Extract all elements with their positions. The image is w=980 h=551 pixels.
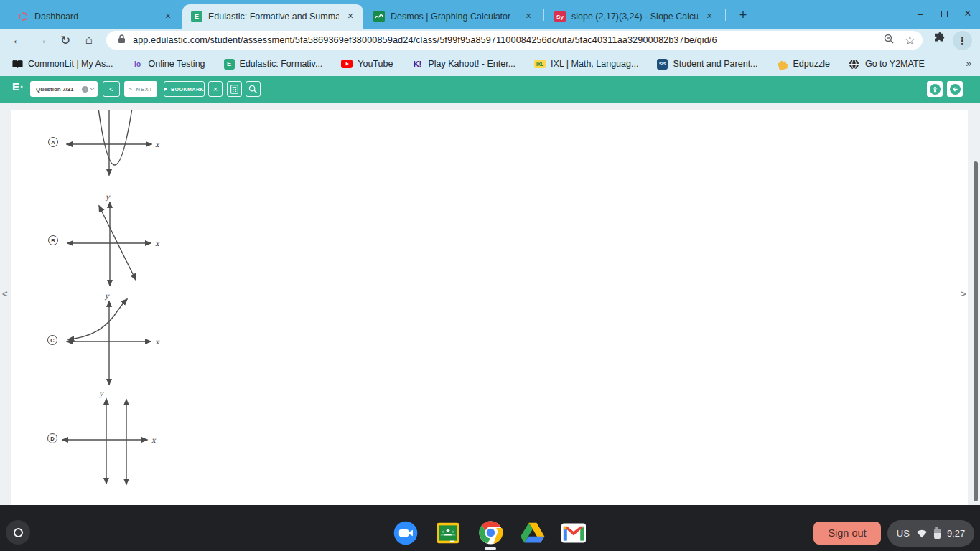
- tab-desmos[interactable]: Desmos | Graphing Calculator ×: [365, 4, 541, 29]
- window-maximize-button[interactable]: [935, 6, 953, 22]
- back-icon[interactable]: ←: [9, 32, 27, 49]
- bookmark-label: IXL | Math, Languag...: [551, 59, 638, 69]
- tab-title: Dashboard: [34, 11, 157, 22]
- home-icon[interactable]: ⌂: [80, 32, 98, 49]
- x-axis-label: x: [155, 338, 160, 346]
- google-drive-app-icon[interactable]: [521, 521, 545, 545]
- bookmark-label: YouTube: [358, 59, 393, 69]
- status-tray[interactable]: US 9:27: [887, 520, 974, 547]
- previous-question-button[interactable]: <: [103, 81, 120, 97]
- calculator-icon: [230, 85, 238, 94]
- bookmark-label: CommonLit | My As...: [28, 59, 113, 69]
- question-selector-dropdown[interactable]: Question 7/31 i: [30, 81, 98, 97]
- page-next-chevron-icon[interactable]: >: [961, 288, 966, 299]
- url-text[interactable]: app.edulastic.com/student/assessment/5fa…: [133, 35, 874, 45]
- edulastic-logo: E·: [12, 80, 24, 93]
- graph-option-c-exponential[interactable]: y x: [61, 290, 165, 392]
- address-bar[interactable]: app.edulastic.com/student/assessment/5fa…: [106, 31, 923, 50]
- reload-icon[interactable]: ↻: [56, 32, 75, 49]
- bookmark-edulastic[interactable]: E Edulastic: Formativ...: [224, 59, 323, 70]
- tab-separator: [725, 9, 726, 21]
- tab-dashboard[interactable]: Dashboard ×: [9, 4, 181, 29]
- bookmark-star-icon[interactable]: ☆: [905, 33, 915, 48]
- bookmarks-overflow-chevron[interactable]: »: [966, 57, 971, 69]
- magnifier-icon: [248, 85, 258, 94]
- bookmark-ixl[interactable]: IXL IXL | Math, Languag...: [534, 59, 638, 69]
- magnifier-button[interactable]: [246, 81, 261, 97]
- y-axis-label: y: [104, 292, 110, 301]
- bookmark-edpuzzle[interactable]: Edpuzzle: [777, 58, 830, 70]
- bookmark-label: Play Kahoot! - Enter...: [428, 59, 515, 69]
- close-question-button[interactable]: ×: [208, 81, 223, 97]
- zoom-out-icon[interactable]: [884, 34, 895, 47]
- tab-close-icon[interactable]: ×: [345, 11, 356, 22]
- y-axis-label: y: [98, 390, 104, 398]
- tab-close-icon[interactable]: ×: [523, 11, 534, 22]
- bookmark-sis[interactable]: SIS Student and Parent...: [657, 59, 757, 70]
- tab-close-icon[interactable]: ×: [162, 11, 174, 22]
- new-tab-button[interactable]: +: [734, 6, 752, 24]
- exponential-curve: [68, 299, 127, 339]
- bookmarks-bar: CommonLit | My As... io Online Testing E…: [0, 52, 980, 76]
- calculator-button[interactable]: [227, 81, 242, 97]
- tab-edulastic[interactable]: E Edulastic: Formative and Summa ×: [182, 4, 363, 29]
- answer-option-a[interactable]: A: [48, 137, 58, 147]
- x-axis-label: x: [151, 436, 157, 444]
- page-prev-chevron-icon[interactable]: <: [2, 288, 8, 299]
- window-minimize-button[interactable]: –: [912, 6, 929, 22]
- tab-separator: [543, 9, 544, 21]
- forward-icon[interactable]: →: [32, 32, 51, 49]
- kahoot-icon: K!: [411, 58, 423, 70]
- browser-menu-button[interactable]: ⋮: [953, 31, 972, 50]
- bookmark-question-button[interactable]: BOOKMARK: [164, 81, 205, 97]
- bookmark-commonlit[interactable]: CommonLit | My As...: [11, 58, 113, 70]
- vertical-scrollbar[interactable]: [974, 161, 978, 501]
- assessment-content-area: A x B y x C y x: [0, 103, 980, 505]
- graph-option-a-parabola[interactable]: x: [61, 110, 165, 191]
- x-axis-label: x: [155, 240, 160, 248]
- answer-option-b[interactable]: B: [48, 235, 58, 245]
- browser-tab-strip: Dashboard × E Edulastic: Formative and S…: [0, 0, 980, 29]
- info-icon: i: [82, 86, 88, 93]
- tab-title: slope (2,17)(3,24) - Slope Calcula: [571, 11, 698, 22]
- question-number-label: Question 7/31: [36, 86, 80, 93]
- youtube-icon: [341, 58, 353, 70]
- book-icon: [11, 58, 23, 70]
- chrome-app-icon[interactable]: [478, 520, 503, 545]
- three-dot-menu-icon: ⋮: [957, 34, 968, 47]
- bookmark-youtube[interactable]: YouTube: [341, 58, 393, 70]
- tab-close-icon[interactable]: ×: [704, 11, 715, 22]
- extensions-puzzle-icon[interactable]: [933, 32, 946, 48]
- lock-icon[interactable]: [118, 34, 126, 47]
- bookmark-y2mate[interactable]: Go to Y2MATE: [849, 58, 925, 70]
- bookmark-kahoot[interactable]: K! Play Kahoot! - Enter...: [411, 58, 515, 70]
- gmail-app-icon[interactable]: [561, 521, 586, 545]
- answer-option-d[interactable]: D: [47, 433, 57, 443]
- ixl-icon: IXL: [534, 60, 546, 68]
- answer-option-c[interactable]: C: [47, 335, 57, 345]
- globe-icon: [849, 58, 860, 70]
- parabola-curve: [98, 110, 132, 165]
- next-chevron-icon: >: [129, 86, 132, 93]
- edulastic-icon: E: [224, 59, 235, 70]
- clock-label: 9:27: [947, 528, 965, 539]
- sign-out-button[interactable]: Sign out: [813, 522, 881, 545]
- window-close-button[interactable]: ×: [959, 6, 976, 22]
- edulastic-favicon-icon: E: [191, 11, 202, 22]
- accessibility-button[interactable]: [927, 81, 943, 97]
- tab-title: Desmos | Graphing Calculator: [391, 11, 517, 22]
- graph-option-b-line[interactable]: y x: [61, 192, 165, 291]
- bookmark-online-testing[interactable]: io Online Testing: [132, 58, 205, 70]
- exit-button[interactable]: [947, 81, 963, 97]
- tab-symbolab[interactable]: Sy slope (2,17)(3,24) - Slope Calcula ×: [546, 4, 722, 29]
- tab-title: Edulastic: Formative and Summa: [208, 11, 339, 22]
- zoom-app-icon[interactable]: [393, 521, 418, 545]
- launcher-button[interactable]: [6, 520, 30, 545]
- io-icon: io: [132, 58, 144, 70]
- graph-option-d-vertical-line[interactable]: y x: [57, 389, 162, 489]
- bookmark-label: Student and Parent...: [673, 59, 757, 69]
- wifi-icon: [916, 529, 928, 538]
- next-question-button[interactable]: > NEXT: [124, 81, 157, 97]
- bookmark-label: Edulastic: Formativ...: [240, 59, 323, 69]
- google-classroom-app-icon[interactable]: [436, 521, 460, 545]
